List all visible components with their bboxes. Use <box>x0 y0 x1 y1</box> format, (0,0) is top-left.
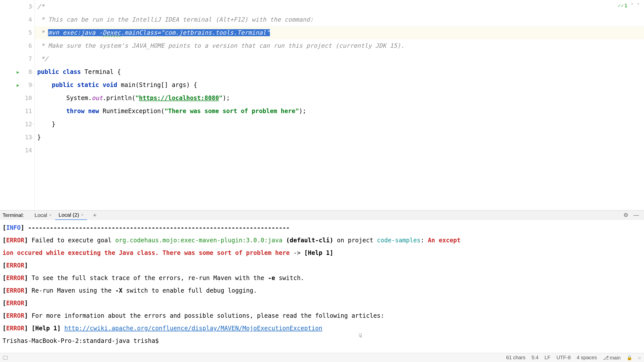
line-number: 12 <box>21 121 32 127</box>
terminal-tab[interactable]: Local× <box>31 210 55 220</box>
terminal-tab[interactable]: Local (2)× <box>55 210 87 220</box>
code-area[interactable]: /* * This can be run in the IntelliJ IDE… <box>35 0 644 210</box>
fold-toggle-icon[interactable]: − <box>31 122 33 126</box>
gutter-row[interactable]: 6 <box>0 39 34 52</box>
inspection-count: 1 <box>624 3 627 9</box>
terminal-tab-label: Local (2) <box>59 212 79 218</box>
fold-toggle-icon[interactable]: − <box>31 5 33 9</box>
run-gutter-icon[interactable]: ▶ <box>17 69 19 75</box>
terminal-settings-icon[interactable]: ⚙ <box>623 212 628 218</box>
gutter-row[interactable]: 4 <box>0 13 34 26</box>
terminal-line: [ERROR] [Help 1] http://cwiki.apache.org… <box>3 322 641 335</box>
gutter-row[interactable]: 12− <box>0 118 34 131</box>
code-line[interactable] <box>35 144 644 157</box>
terminal-line: [ERROR] Re-run Maven using the -X switch… <box>3 284 641 297</box>
editor-gutter: 3−45678▶−9▶−101112−13−14 <box>0 0 35 210</box>
terminal-line: Trishas-MacBook-Pro-2:standard-java tris… <box>3 335 641 347</box>
line-number: 8 <box>21 69 32 75</box>
terminal-tab-label: Local <box>34 212 47 218</box>
line-number: 9 <box>21 82 32 88</box>
terminal-panel: Terminal: Local×Local (2)× + ⚙ — [INFO] … <box>0 210 644 353</box>
chevron-up-icon[interactable]: ˄ <box>631 3 633 9</box>
run-gutter-icon[interactable]: ▶ <box>17 82 19 88</box>
status-selection: 61 chars <box>506 355 526 360</box>
gutter-row[interactable]: 5 <box>0 26 34 39</box>
chevron-down-icon[interactable]: ˅ <box>637 3 639 9</box>
code-line[interactable]: public class Terminal { <box>35 65 644 78</box>
terminal-line: [ERROR] <box>3 259 641 272</box>
line-number: 3 <box>21 3 32 10</box>
fold-toggle-icon[interactable]: − <box>31 70 33 74</box>
search-icon[interactable]: ⌕ <box>638 355 641 360</box>
line-number: 6 <box>21 42 32 49</box>
status-caret[interactable]: 5:4 <box>532 355 539 360</box>
line-number: 13 <box>21 134 32 141</box>
code-line[interactable]: public static void main(String[] args) { <box>35 78 644 92</box>
code-line[interactable]: throw new RuntimeException("There was so… <box>35 105 644 118</box>
gutter-row[interactable]: 3− <box>0 0 34 13</box>
code-line[interactable]: */ <box>35 52 644 65</box>
gutter-row[interactable]: 14 <box>0 144 34 157</box>
terminal-line: [ERROR] Failed to execute goal org.codeh… <box>3 234 641 247</box>
fold-toggle-icon[interactable]: − <box>31 83 33 87</box>
status-git-branch[interactable]: main <box>603 355 621 361</box>
code-line[interactable]: System.out.println("https://localhost:80… <box>35 92 644 105</box>
readonly-lock-icon[interactable]: 🔒 <box>627 355 632 360</box>
gutter-row[interactable]: 10 <box>0 92 34 105</box>
gutter-row[interactable]: 8▶− <box>0 65 34 78</box>
fold-toggle-icon[interactable]: − <box>31 135 33 139</box>
status-line-separator[interactable]: LF <box>545 355 550 360</box>
code-line[interactable]: /* <box>35 0 644 13</box>
line-number: 11 <box>21 108 32 114</box>
editor-inspection-widgets: ✓✓1 ˄ ˅ <box>618 3 639 9</box>
line-number: 10 <box>21 95 32 101</box>
terminal-title: Terminal: <box>3 212 24 218</box>
add-terminal-tab-button[interactable]: + <box>91 212 99 219</box>
code-line[interactable]: * Make sure the system's JAVA_HOME point… <box>35 39 644 52</box>
close-tab-icon[interactable]: × <box>49 213 51 217</box>
code-line[interactable]: } <box>35 131 644 144</box>
inspection-ok-icon[interactable]: ✓✓1 <box>618 3 627 9</box>
terminal-line: [ERROR] For more information about the e… <box>3 309 641 322</box>
gutter-row[interactable]: 13− <box>0 131 34 144</box>
close-tab-icon[interactable]: × <box>81 213 83 217</box>
terminal-line: [ERROR] <box>3 297 641 309</box>
terminal-output[interactable]: [INFO] ---------------------------------… <box>0 220 644 353</box>
code-line[interactable]: * mvn exec:java -Dexec.mainClass="com.je… <box>35 26 644 39</box>
terminal-tab-bar: Terminal: Local×Local (2)× + ⚙ — <box>0 210 644 220</box>
line-number: 4 <box>21 16 32 23</box>
line-number: 5 <box>21 29 32 36</box>
gutter-row[interactable]: 7 <box>0 52 34 65</box>
gutter-row[interactable]: 9▶− <box>0 78 34 92</box>
gutter-row[interactable]: 11 <box>0 105 34 118</box>
code-line[interactable]: * This can be run in the IntelliJ IDEA t… <box>35 13 644 26</box>
code-line[interactable]: } <box>35 118 644 131</box>
status-indent[interactable]: 4 spaces <box>577 355 597 360</box>
tool-window-icon[interactable] <box>3 356 8 359</box>
status-encoding[interactable]: UTF-8 <box>556 355 571 360</box>
status-bar: 61 chars 5:4 LF UTF-8 4 spaces main 🔒 ⌕ <box>0 353 644 362</box>
terminal-minimize-icon[interactable]: — <box>633 212 639 218</box>
terminal-line: ion occured while executing the Java cla… <box>3 247 641 259</box>
editor-area: 3−45678▶−9▶−101112−13−14 /* * This can b… <box>0 0 644 210</box>
line-number: 14 <box>21 147 32 154</box>
terminal-line: [INFO] ---------------------------------… <box>3 221 641 234</box>
terminal-line: [ERROR] To see the full stack trace of t… <box>3 272 641 284</box>
line-number: 7 <box>21 56 32 62</box>
